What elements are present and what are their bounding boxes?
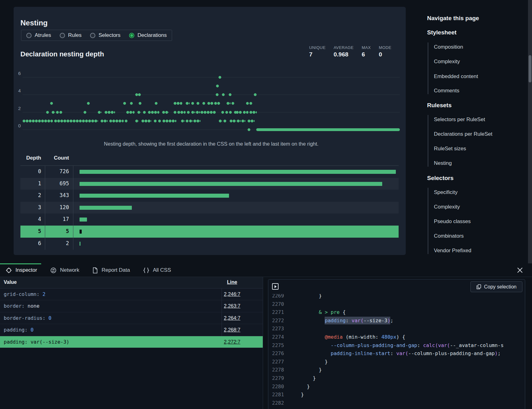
- depth-cell: 6: [20, 240, 41, 246]
- sidebar-item-complexity[interactable]: Complexity: [434, 59, 460, 65]
- section-title: Declaration nesting depth: [20, 50, 104, 58]
- scatter-run-depth-3: [155, 102, 158, 105]
- depth-table-row[interactable]: 3120: [20, 202, 399, 214]
- code-line: 2281 }: [268, 391, 525, 399]
- sidebar-item-nesting[interactable]: Nesting: [434, 160, 452, 166]
- sidebar-item-vendor-prefixed[interactable]: Vendor Prefixed: [434, 248, 471, 254]
- copy-selection-button[interactable]: Copy selection: [470, 281, 522, 292]
- scatter-run-depth-1: [248, 120, 255, 122]
- expand-panel-icon[interactable]: [272, 283, 279, 290]
- stat-average: AVERAGE0.968: [334, 45, 354, 58]
- scatter-run-depth-2: [191, 111, 195, 114]
- code-token: }: [295, 384, 310, 389]
- property-value: 0: [49, 315, 52, 321]
- line-link[interactable]: 2,246:7: [217, 292, 248, 297]
- line-link[interactable]: 2,272:7: [217, 339, 248, 345]
- tab-network[interactable]: Network: [50, 267, 79, 274]
- code-line: 2282: [268, 399, 525, 407]
- card-title: Nesting: [20, 19, 48, 27]
- radio-option-rules[interactable]: Rules: [60, 32, 81, 38]
- line-link[interactable]: 2,264:7: [217, 315, 248, 321]
- tab-all-css[interactable]: All CSS: [143, 267, 171, 274]
- scatter-run-depth-3: [174, 102, 182, 105]
- sidebar-group-indent-line: [428, 42, 428, 94]
- line-link[interactable]: 2,263:7: [217, 303, 248, 309]
- scatter-run-depth-3: [231, 102, 234, 105]
- code-text: padding: var(--size-3);: [290, 318, 393, 323]
- stats-summary: UNIQUE7AVERAGE0.968MAX6MODE0: [309, 45, 391, 58]
- tab-report-data[interactable]: Report Data: [92, 267, 130, 274]
- line-number: 2272: [272, 317, 290, 325]
- sidebar-item-embedded-content[interactable]: Embedded content: [434, 73, 478, 80]
- scatter-run-depth-2: [59, 111, 62, 114]
- file-icon: [92, 267, 98, 274]
- value-row[interactable]: border-radius: 02,264:7: [0, 312, 263, 324]
- page-scrollbar-thumb[interactable]: [529, 55, 531, 82]
- count-bar: [80, 242, 80, 246]
- sidebar-item-specificity[interactable]: Specificity: [434, 189, 458, 196]
- radio-option-declarations[interactable]: Declarations: [129, 32, 167, 38]
- code-token: [295, 309, 319, 315]
- sidebar-item-complexity[interactable]: Complexity: [434, 204, 460, 210]
- sidebar-item-composition[interactable]: Composition: [434, 44, 463, 50]
- value-row[interactable]: padding: 02,268:7: [0, 324, 263, 336]
- code-text: padding-inline-start: var(--column-plus-…: [290, 350, 501, 356]
- sidebar-item-declarations-per-ruleset[interactable]: Declarations per RuleSet: [434, 131, 492, 137]
- code-token: ): [495, 350, 498, 356]
- sidebar-item-selectors-per-ruleset[interactable]: Selectors per RuleSet: [434, 117, 485, 123]
- count-bar: [80, 206, 132, 210]
- line-number: 2277: [272, 358, 290, 366]
- sidebar-item-combinators[interactable]: Combinators: [434, 233, 464, 239]
- code-line: 2279 }: [268, 374, 525, 383]
- stat-max: MAX6: [362, 45, 371, 58]
- scatter-run-depth-5: [216, 85, 219, 87]
- value-row[interactable]: border: none2,263:7: [0, 300, 263, 312]
- depth-table-row[interactable]: 2343: [20, 190, 399, 202]
- depth-table-row[interactable]: 0726: [20, 166, 399, 178]
- code-line: 2283 &[data-state="block"] {: [268, 407, 525, 409]
- sidebar-item-comments[interactable]: Comments: [434, 88, 459, 94]
- scatter-run-depth-2: [249, 111, 257, 114]
- code-token: var(: [352, 317, 364, 324]
- scatter-run-depth-1: [125, 120, 128, 122]
- stat-value: 0: [379, 51, 391, 58]
- depth-table-row[interactable]: 55: [20, 226, 399, 238]
- tab-label: All CSS: [153, 267, 171, 273]
- code-line: 2273: [268, 325, 525, 333]
- depth-table-row[interactable]: 62: [20, 238, 399, 250]
- scatter-run-depth-1: [158, 120, 161, 122]
- y-axis-tick-0: 0: [15, 123, 21, 128]
- value-row[interactable]: grid-column: 22,246:7: [0, 288, 263, 300]
- inspector-panel: InspectorNetworkReport DataAll CSS Value…: [0, 263, 532, 409]
- scatter-run-depth-2: [177, 111, 186, 114]
- stat-label: MAX: [362, 45, 371, 50]
- code-token: }: [295, 375, 316, 381]
- code-token: }: [295, 359, 328, 365]
- count-bar: [80, 218, 87, 222]
- scatter-run-depth-1: [219, 120, 222, 122]
- code-token: var(: [396, 350, 409, 356]
- code-viewer[interactable]: 2269 }22702271 & > pre {2272 padding: va…: [268, 294, 525, 409]
- tab-inspector[interactable]: Inspector: [6, 267, 37, 274]
- depth-table-row[interactable]: 1695: [20, 178, 399, 190]
- line-number: 2276: [272, 350, 290, 358]
- line-number: 2271: [272, 308, 290, 317]
- copy-selection-label: Copy selection: [484, 284, 517, 290]
- stat-label: UNIQUE: [309, 45, 326, 50]
- value-row[interactable]: padding: var(--size-3)2,272:7: [0, 336, 263, 348]
- line-column-header[interactable]: Line: [217, 279, 248, 285]
- radio-option-selectors[interactable]: Selectors: [90, 32, 120, 38]
- page: Nesting AtrulesRulesSelectorsDeclaration…: [0, 0, 532, 409]
- line-link[interactable]: 2,268:7: [217, 327, 248, 333]
- sidebar-item-ruleset-sizes[interactable]: RuleSet sizes: [434, 146, 466, 152]
- close-icon[interactable]: [516, 266, 524, 275]
- scatter-run-depth-2: [46, 111, 49, 114]
- sidebar-group-selectors: Selectors: [427, 175, 454, 182]
- sidebar-item-pseudo-classes[interactable]: Pseudo classes: [434, 218, 471, 225]
- y-axis-tick-6: 6: [15, 71, 21, 76]
- scatter-run-depth-1: [141, 120, 151, 122]
- code-token: padding-inline-start: [331, 350, 391, 356]
- radio-option-atrules[interactable]: Atrules: [26, 32, 51, 38]
- depth-table-row[interactable]: 417: [20, 213, 399, 226]
- stat-mode: MODE0: [379, 45, 391, 58]
